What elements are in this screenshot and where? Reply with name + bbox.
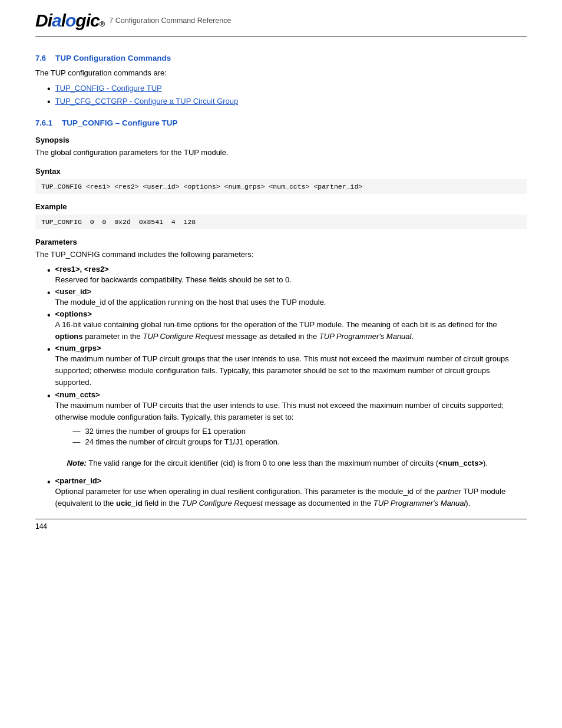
param-options-content: <options> A 16-bit value containing glob…: [55, 309, 527, 342]
page-footer: 144: [35, 519, 527, 531]
param-partnerid-desc: Optional parameter for use when operatin…: [55, 486, 527, 509]
param-numgrps-desc: The maximum number of TUP circuit groups…: [55, 353, 527, 388]
section-7-6-1-number: 7.6.1: [35, 118, 52, 127]
note-text: The valid range for the circuit identifi…: [88, 459, 488, 467]
section-7-6-intro: The TUP configuration commands are:: [35, 67, 527, 79]
tup-config-link[interactable]: TUP_CONFIG - Configure TUP: [55, 84, 162, 93]
list-item: TUP_CFG_CCTGRP - Configure a TUP Circuit…: [47, 97, 527, 107]
param-item-userid: <user_id> The module_id of the applicati…: [47, 287, 527, 308]
dialogic-logo-text: Dialogic®: [35, 11, 104, 31]
param-numgrps-name: <num_grps>: [55, 344, 527, 353]
param-numccts-content: <num_ccts> The maximum number of TUP cir…: [55, 390, 527, 475]
synopsis-label: Synopsis: [35, 136, 527, 144]
param-numgrps-content: <num_grps> The maximum number of TUP cir…: [55, 344, 527, 388]
header-chapter-title: 7 Configuration Command Reference: [109, 17, 231, 25]
dash-item-t1: 24 times the number of circuit groups fo…: [73, 437, 527, 446]
param-item-numgrps: <num_grps> The maximum number of TUP cir…: [47, 344, 527, 388]
page-header: Dialogic® 7 Configuration Command Refere…: [35, 0, 527, 37]
tup-cfg-cctgrp-link[interactable]: TUP_CFG_CCTGRP - Configure a TUP Circuit…: [55, 97, 239, 106]
section-7-6-heading: 7.6 TUP Configuration Commands: [35, 54, 527, 62]
param-userid-content: <user_id> The module_id of the applicati…: [55, 287, 326, 308]
example-label: Example: [35, 202, 527, 211]
param-res-name: <res1>, <res2>: [55, 265, 292, 274]
section-7-6-title: TUP Configuration Commands: [55, 54, 171, 62]
parameters-intro: The TUP_CONFIG command includes the foll…: [35, 249, 527, 261]
list-item: TUP_CONFIG - Configure TUP: [47, 84, 527, 94]
param-options-name: <options>: [55, 309, 527, 318]
param-item-partnerid: <partner_id> Optional parameter for use …: [47, 476, 527, 509]
param-userid-desc: The module_id of the application running…: [55, 297, 326, 308]
example-code: TUP_CONFIG 0 0 0x2d 0x8541 4 128: [35, 215, 527, 229]
syntax-label: Syntax: [35, 167, 527, 176]
note-block: Note: The valid range for the circuit id…: [67, 457, 527, 469]
logo: Dialogic®: [35, 11, 104, 31]
param-res-desc: Reserved for backwards compatibility. Th…: [55, 274, 292, 286]
dash-item-e1: 32 times the number of groups for E1 ope…: [73, 427, 527, 436]
param-partnerid-content: <partner_id> Optional parameter for use …: [55, 476, 527, 509]
param-item-options: <options> A 16-bit value containing glob…: [47, 309, 527, 342]
param-partnerid-name: <partner_id>: [55, 476, 527, 485]
param-userid-name: <user_id>: [55, 287, 326, 296]
note-label: Note:: [67, 459, 87, 467]
synopsis-text: The global configuration parameters for …: [35, 147, 527, 159]
section-7-6-1-title: TUP_CONFIG – Configure TUP: [62, 118, 178, 127]
param-item-res: <res1>, <res2> Reserved for backwards co…: [47, 265, 527, 286]
section-7-6-number: 7.6: [35, 54, 46, 62]
param-res-content: <res1>, <res2> Reserved for backwards co…: [55, 265, 292, 286]
param-item-numccts: <num_ccts> The maximum number of TUP cir…: [47, 390, 527, 475]
parameters-label: Parameters: [35, 238, 527, 246]
section-7-6-1-heading: 7.6.1 TUP_CONFIG – Configure TUP: [35, 118, 527, 127]
page-number: 144: [35, 522, 47, 531]
parameters-list: <res1>, <res2> Reserved for backwards co…: [47, 265, 527, 510]
syntax-code: TUP_CONFIG <res1> <res2> <user_id> <opti…: [35, 179, 527, 194]
param-numccts-name: <num_ccts>: [55, 390, 527, 399]
param-options-desc: A 16-bit value containing global run-tim…: [55, 319, 527, 342]
param-numccts-desc: The maximum number of TUP circuits that …: [55, 400, 527, 423]
section-7-6-links: TUP_CONFIG - Configure TUP TUP_CFG_CCTGR…: [47, 84, 527, 107]
numccts-dash-list: 32 times the number of groups for E1 ope…: [73, 427, 527, 448]
